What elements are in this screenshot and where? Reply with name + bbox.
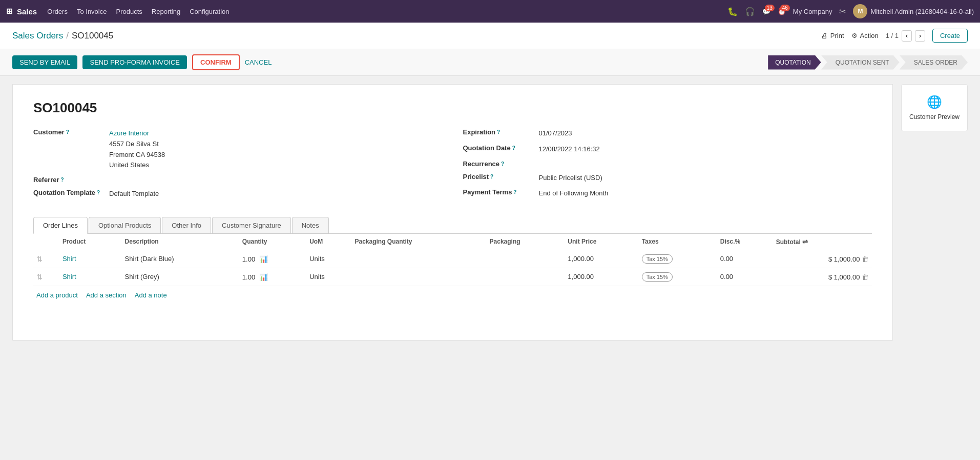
th-disc: Disc.% xyxy=(717,234,773,250)
header-bar: Sales Orders / SO100045 🖨 Print ⚙ Action… xyxy=(0,23,980,49)
add-note-link[interactable]: Add a note xyxy=(135,291,167,299)
create-button[interactable]: Create xyxy=(932,29,968,43)
quotation-template-field: Quotation Template ? Default Template xyxy=(33,189,443,199)
main-content: SO100045 Customer ? Azure Interior 4557 … xyxy=(0,76,980,353)
referrer-help-icon[interactable]: ? xyxy=(61,177,64,183)
tabs-bar: Order Lines Optional Products Other Info… xyxy=(33,217,872,234)
user-menu[interactable]: M Mitchell Admin (21680404-16-0-all) xyxy=(853,4,974,18)
pricelist-help-icon[interactable]: ? xyxy=(490,174,493,179)
date-help-icon[interactable]: ? xyxy=(512,145,515,151)
chat-icon-container[interactable]: 💬 13 xyxy=(762,8,770,15)
payment-help-icon[interactable]: ? xyxy=(513,189,516,195)
pager-prev[interactable]: ‹ xyxy=(902,30,912,42)
customer-addr2: Fremont CA 94538 xyxy=(109,150,165,161)
action-button[interactable]: ⚙ Action xyxy=(851,32,879,39)
tab-order-lines[interactable]: Order Lines xyxy=(33,217,88,234)
row1-description[interactable]: Shirt (Dark Blue) xyxy=(122,250,239,268)
row2-taxes: Tax 15% xyxy=(639,268,717,286)
row2-disc[interactable]: 0.00 xyxy=(717,268,773,286)
customer-addr1: 4557 De Silva St xyxy=(109,139,165,150)
send-proforma-button[interactable]: SEND PRO-FORMA INVOICE xyxy=(82,55,187,69)
customer-addr3: United States xyxy=(109,160,165,171)
th-handle xyxy=(33,234,59,250)
print-button[interactable]: 🖨 Print xyxy=(821,32,844,39)
order-table: Product Description Quantity UoM Packagi… xyxy=(33,234,872,286)
app-name: Sales xyxy=(17,7,37,16)
delete-row1-icon[interactable]: 🗑 xyxy=(862,255,869,263)
row1-packaging-qty[interactable] xyxy=(351,250,486,268)
forecast-icon[interactable]: 📊 xyxy=(259,255,268,263)
row2-quantity[interactable]: 1.00 📊 xyxy=(239,268,306,286)
tax-badge[interactable]: Tax 15% xyxy=(642,272,673,282)
row2-packaging-qty[interactable] xyxy=(351,268,486,286)
nav-reporting[interactable]: Reporting xyxy=(152,8,180,15)
row2-description[interactable]: Shirt (Grey) xyxy=(122,268,239,286)
table-row: ⇅ Shirt Shirt (Grey) 1.00 📊 Units 1,000.… xyxy=(33,268,872,286)
quotation-date-value[interactable]: 12/08/2022 14:16:32 xyxy=(539,144,600,155)
drag-handle[interactable]: ⇅ xyxy=(36,273,43,281)
nav-products[interactable]: Products xyxy=(116,8,142,15)
tab-other-info[interactable]: Other Info xyxy=(162,217,211,233)
cancel-button[interactable]: CANCEL xyxy=(245,58,272,66)
row1-packaging[interactable] xyxy=(487,250,565,268)
activity-icon-container[interactable]: ⏰ 46 xyxy=(778,8,786,15)
customer-name[interactable]: Azure Interior xyxy=(109,128,165,139)
row1-quantity[interactable]: 1.00 📊 xyxy=(239,250,306,268)
user-name: Mitchell Admin (21680404-16-0-all) xyxy=(870,8,974,15)
pricelist-value[interactable]: Public Pricelist (USD) xyxy=(539,173,602,184)
row1-handle: ⇅ xyxy=(33,250,59,268)
company-name: My Company xyxy=(793,8,832,15)
quotation-template-value[interactable]: Default Template xyxy=(109,189,159,199)
row2-uom[interactable]: Units xyxy=(306,268,351,286)
add-section-link[interactable]: Add a section xyxy=(86,291,127,299)
pipeline-step-order[interactable]: SALES ORDER xyxy=(900,55,968,70)
tab-notes[interactable]: Notes xyxy=(292,217,329,233)
row1-unit-price[interactable]: 1,000.00 xyxy=(565,250,638,268)
expiration-field: Expiration ? 01/07/2023 xyxy=(463,128,872,139)
pager-next[interactable]: › xyxy=(915,30,925,42)
pricelist-field: Pricelist ? Public Pricelist (USD) xyxy=(463,173,872,184)
globe-icon: 🌐 xyxy=(927,95,942,109)
nav-configuration[interactable]: Configuration xyxy=(190,8,229,15)
recurrence-field: Recurrence ? xyxy=(463,160,872,168)
row2-product[interactable]: Shirt xyxy=(59,268,122,286)
breadcrumb-separator: / xyxy=(66,31,69,41)
breadcrumb-parent[interactable]: Sales Orders xyxy=(12,31,63,41)
bug-icon[interactable]: 🐛 xyxy=(727,7,738,16)
delete-row2-icon[interactable]: 🗑 xyxy=(862,273,869,281)
row2-packaging[interactable] xyxy=(487,268,565,286)
expiration-value[interactable]: 01/07/2023 xyxy=(539,128,572,139)
so-number: SO100045 xyxy=(33,100,872,116)
app-logo[interactable]: ⊞ Sales xyxy=(6,7,37,16)
drag-handle[interactable]: ⇅ xyxy=(36,255,43,263)
headset-icon[interactable]: 🎧 xyxy=(745,7,755,16)
tab-customer-signature[interactable]: Customer Signature xyxy=(212,217,291,233)
activity-badge: 46 xyxy=(780,5,790,11)
pipeline-step-sent[interactable]: QUOTATION SENT xyxy=(821,55,900,70)
row2-unit-price[interactable]: 1,000.00 xyxy=(565,268,638,286)
confirm-button[interactable]: CONFIRM xyxy=(192,54,240,70)
add-product-link[interactable]: Add a product xyxy=(36,291,78,299)
column-settings-icon[interactable]: ⇌ xyxy=(802,238,808,246)
nav-to-invoice[interactable]: To Invoice xyxy=(77,8,107,15)
th-description: Description xyxy=(122,234,239,250)
recurrence-help-icon[interactable]: ? xyxy=(501,161,504,167)
tools-icon[interactable]: ✂ xyxy=(839,7,846,16)
row1-uom[interactable]: Units xyxy=(306,250,351,268)
row1-disc[interactable]: 0.00 xyxy=(717,250,773,268)
send-email-button[interactable]: SEND BY EMAIL xyxy=(12,55,77,69)
template-help-icon[interactable]: ? xyxy=(97,190,100,195)
forecast-icon[interactable]: 📊 xyxy=(259,273,268,281)
pipeline-step-quotation[interactable]: QUOTATION xyxy=(768,55,821,70)
tab-optional-products[interactable]: Optional Products xyxy=(89,217,161,233)
tax-badge[interactable]: Tax 15% xyxy=(642,254,673,264)
side-panel[interactable]: 🌐 Customer Preview xyxy=(901,84,968,131)
payment-terms-value[interactable]: End of Following Month xyxy=(539,188,609,199)
quotation-date-field: Quotation Date ? 12/08/2022 14:16:32 xyxy=(463,144,872,155)
nav-orders[interactable]: Orders xyxy=(47,8,68,15)
payment-terms-field: Payment Terms ? End of Following Month xyxy=(463,188,872,199)
customer-help-icon[interactable]: ? xyxy=(66,129,69,135)
customer-value: Azure Interior 4557 De Silva St Fremont … xyxy=(109,128,165,171)
row1-product[interactable]: Shirt xyxy=(59,250,122,268)
expiration-help-icon[interactable]: ? xyxy=(497,129,500,135)
